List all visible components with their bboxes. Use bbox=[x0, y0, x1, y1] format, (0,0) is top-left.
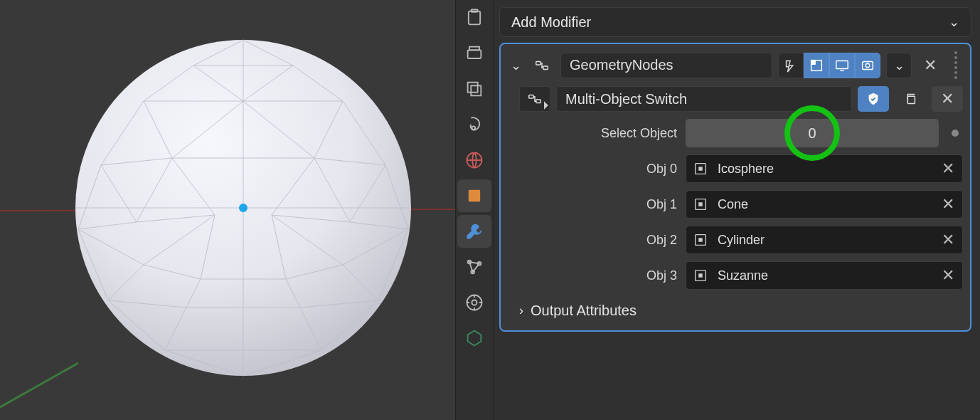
nodegroup-browse[interactable] bbox=[519, 86, 550, 112]
svg-rect-59 bbox=[698, 273, 703, 278]
add-modifier-label: Add Modifier bbox=[511, 14, 591, 31]
collapse-toggle[interactable]: ⌄ bbox=[508, 58, 523, 73]
svg-rect-32 bbox=[471, 85, 481, 95]
modifier-extras-menu[interactable]: ⌄ bbox=[886, 53, 912, 78]
modifier-properties-panel: Add Modifier ⌄ ⌄ GeometryNodes ⌄ ✕ bbox=[494, 0, 980, 420]
obj-slot-2: Obj 2 Cylinder ✕ bbox=[519, 226, 963, 254]
clear-value-button[interactable]: ✕ bbox=[938, 159, 958, 178]
obj-slot-field[interactable]: Icosphere ✕ bbox=[686, 154, 963, 183]
clear-value-button[interactable]: ✕ bbox=[938, 195, 958, 214]
nodegroup-name-text: Multi-Object Switch bbox=[565, 91, 687, 107]
object-data-icon bbox=[691, 266, 710, 285]
svg-rect-31 bbox=[468, 83, 478, 93]
obj-slot-label: Obj 3 bbox=[519, 268, 677, 283]
toggle-viewport-icon[interactable] bbox=[829, 53, 855, 78]
object-data-icon bbox=[691, 230, 710, 250]
chevron-down-icon: ⌄ bbox=[949, 14, 959, 30]
output-attributes-label: Output Attributes bbox=[531, 303, 637, 319]
close-icon: ✕ bbox=[924, 56, 937, 75]
modifier-delete-button[interactable]: ✕ bbox=[917, 53, 943, 78]
svg-rect-57 bbox=[698, 238, 703, 242]
clear-value-button[interactable]: ✕ bbox=[938, 231, 958, 249]
svg-point-33 bbox=[472, 126, 476, 130]
tab-particles[interactable] bbox=[457, 251, 491, 283]
svg-rect-53 bbox=[698, 167, 703, 171]
properties-tabs bbox=[455, 0, 494, 420]
attribute-toggle-dot[interactable] bbox=[952, 130, 959, 137]
svg-point-40 bbox=[472, 300, 477, 305]
svg-rect-45 bbox=[836, 61, 848, 68]
svg-rect-51 bbox=[907, 96, 915, 103]
drag-handle-icon[interactable] bbox=[949, 51, 963, 79]
obj-slot-value: Suzanne bbox=[718, 268, 931, 283]
modifier-display-toggles bbox=[778, 53, 880, 78]
svg-rect-41 bbox=[536, 61, 540, 65]
select-object-value: 0 bbox=[808, 125, 816, 142]
svg-rect-44 bbox=[811, 60, 816, 64]
viewport-3d[interactable] bbox=[0, 0, 455, 420]
obj-slot-label: Obj 2 bbox=[519, 233, 677, 248]
obj-slot-0: Obj 0 Icosphere ✕ bbox=[519, 154, 963, 183]
select-object-property: Select Object 0 bbox=[519, 119, 963, 147]
svg-rect-49 bbox=[529, 95, 533, 99]
add-modifier-dropdown[interactable]: Add Modifier ⌄ bbox=[499, 7, 971, 37]
modifier-name-field[interactable]: GeometryNodes bbox=[560, 53, 772, 78]
nodegroup-row: Multi-Object Switch ✕ bbox=[519, 86, 963, 112]
output-attributes-section[interactable]: › Output Attributes bbox=[519, 303, 963, 319]
svg-point-48 bbox=[866, 63, 870, 68]
toggle-nodepanel-icon[interactable] bbox=[778, 53, 804, 78]
tab-world[interactable] bbox=[457, 144, 491, 177]
svg-rect-27 bbox=[469, 11, 480, 25]
modifier-block: ⌄ GeometryNodes ⌄ ✕ Multi-Object bbox=[499, 43, 971, 332]
svg-rect-30 bbox=[469, 47, 479, 51]
svg-rect-50 bbox=[536, 100, 540, 103]
tab-scene[interactable] bbox=[457, 108, 491, 141]
obj-slot-label: Obj 0 bbox=[519, 162, 677, 177]
tab-output[interactable] bbox=[457, 37, 491, 70]
tab-object[interactable] bbox=[457, 179, 491, 212]
svg-rect-42 bbox=[543, 65, 548, 69]
object-data-icon bbox=[691, 159, 710, 179]
obj-slot-3: Obj 3 Suzanne ✕ bbox=[519, 261, 963, 290]
obj-slot-value: Cylinder bbox=[718, 233, 931, 248]
select-object-field[interactable]: 0 bbox=[686, 119, 939, 147]
unlink-nodegroup-button[interactable]: ✕ bbox=[932, 86, 963, 112]
obj-slot-field[interactable]: Cone ✕ bbox=[686, 190, 963, 219]
object-data-icon bbox=[691, 194, 710, 214]
tab-render[interactable] bbox=[457, 1, 491, 34]
obj-slot-label: Obj 1 bbox=[519, 197, 677, 212]
clear-value-button[interactable]: ✕ bbox=[938, 266, 958, 285]
obj-slot-value: Icosphere bbox=[718, 162, 931, 177]
modifier-header: ⌄ GeometryNodes ⌄ ✕ bbox=[508, 51, 963, 79]
fake-user-toggle[interactable] bbox=[858, 86, 889, 112]
svg-rect-29 bbox=[468, 50, 481, 58]
nodegroup-name-field[interactable]: Multi-Object Switch bbox=[556, 86, 852, 112]
duplicate-nodegroup-button[interactable] bbox=[895, 86, 926, 112]
toggle-editmode-icon[interactable] bbox=[804, 53, 829, 78]
tab-viewlayer[interactable] bbox=[457, 73, 491, 105]
nodes-icon bbox=[529, 53, 555, 78]
tab-modifiers[interactable] bbox=[457, 215, 491, 248]
chevron-right-icon: › bbox=[519, 303, 523, 318]
modifier-name-text: GeometryNodes bbox=[570, 57, 673, 73]
svg-rect-35 bbox=[469, 190, 480, 201]
toggle-render-icon[interactable] bbox=[855, 53, 880, 78]
close-icon: ✕ bbox=[941, 90, 954, 108]
tab-physics[interactable] bbox=[457, 286, 491, 319]
svg-rect-55 bbox=[698, 202, 703, 206]
obj-slot-value: Cone bbox=[718, 197, 931, 212]
tab-data[interactable] bbox=[457, 322, 491, 355]
svg-point-26 bbox=[239, 204, 247, 212]
obj-slot-1: Obj 1 Cone ✕ bbox=[519, 190, 963, 219]
svg-rect-47 bbox=[863, 61, 873, 69]
svg-line-1 bbox=[0, 363, 78, 407]
select-object-label: Select Object bbox=[519, 126, 677, 141]
obj-slot-field[interactable]: Suzanne ✕ bbox=[686, 261, 963, 290]
obj-slot-field[interactable]: Cylinder ✕ bbox=[686, 226, 963, 254]
